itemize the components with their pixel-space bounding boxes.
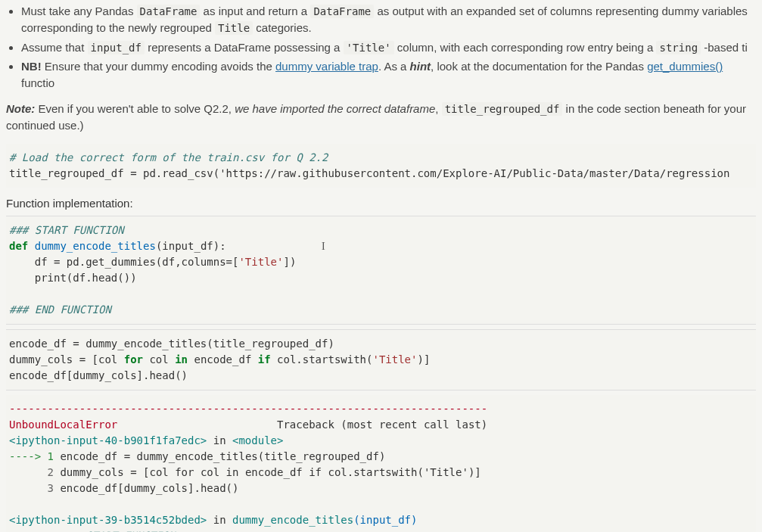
code-line: title_regrouped_df = pd.read_csv('https:… — [9, 167, 729, 179]
code-comment: # Load the correct form of the train.csv… — [9, 151, 328, 163]
code-input-df: input_df — [88, 41, 145, 54]
trace-arrow: ----> 1 — [9, 450, 54, 462]
bullet-2: Assume that input_df represents a DataFr… — [21, 39, 756, 56]
trace-separator: ----------------------------------------… — [9, 403, 487, 415]
note-label: Note: — [6, 102, 35, 115]
text: Even if you weren't able to solve Q2.2, — [35, 102, 235, 115]
line-number: 2 — [9, 466, 54, 478]
text: Assume that — [21, 41, 88, 54]
text: represents a DataFrame possessing a — [145, 41, 344, 54]
text: Ensure that your dummy encoding avoids t… — [42, 60, 275, 73]
link-dummy-variable-trap[interactable]: dummy variable trap — [275, 60, 378, 73]
function-implementation-heading: Function implementation: — [6, 197, 756, 210]
text: Must take any Pandas — [21, 5, 137, 17]
code: col — [143, 353, 175, 366]
code-dataframe: DataFrame — [310, 5, 374, 18]
ipython-frame: <ipython-input-39-b3514c52bded> — [9, 514, 207, 526]
code: )] — [417, 353, 430, 366]
code-title-str: 'Title' — [344, 41, 394, 54]
link-get-dummies[interactable]: get_dummies() — [647, 60, 723, 73]
code: print(df.head()) — [9, 272, 137, 284]
text: functio — [21, 76, 54, 89]
text: column, with each corresponding row entr… — [394, 41, 657, 54]
code: ]) — [283, 256, 296, 268]
func-args: (input_df) — [353, 514, 417, 526]
code-title-regrouped-df: title_regrouped_df — [442, 102, 563, 116]
text: categories. — [253, 21, 312, 34]
code-load-csv: # Load the correct form of the train.csv… — [6, 144, 756, 188]
code-string: string — [656, 41, 701, 54]
end-function-marker: ### END FUNCTION — [9, 303, 111, 316]
string-literal: 'Title' — [238, 256, 283, 268]
bullet-1: Must take any Pandas DataFrame as input … — [21, 3, 756, 36]
traceback-output: ----------------------------------------… — [6, 395, 756, 532]
code-function-definition: ### START FUNCTION def dummy_encode_titl… — [6, 216, 756, 325]
code: df = pd.get_dummies(df,columns=[ — [9, 256, 238, 268]
text: -based ti — [701, 41, 748, 54]
nb-label: NB! — [21, 60, 42, 73]
start-function-marker: ### START FUNCTION — [9, 224, 124, 236]
note-block: Note: Even if you weren't able to solve … — [6, 101, 756, 134]
kw-if: if — [258, 353, 271, 366]
text: . As a — [378, 60, 410, 73]
code: encode_df — [188, 353, 258, 366]
code: col.startswith( — [271, 353, 373, 366]
hint-label: hint — [410, 60, 431, 73]
text-cursor-icon: I — [322, 238, 325, 254]
trace-line: encode_df[dummy_cols].head() — [54, 482, 238, 494]
kw-def: def — [9, 240, 28, 252]
text: , — [435, 102, 441, 115]
kw-for: for — [124, 353, 143, 366]
trace-line: dummy_cols = [col for col in encode_df i… — [54, 466, 481, 478]
text: in — [207, 434, 232, 446]
string-literal: 'Title' — [372, 353, 417, 366]
func-name: dummy_encode_titles — [232, 514, 353, 526]
code-dataframe: DataFrame — [137, 5, 201, 18]
module-label: <module> — [232, 434, 283, 446]
kw-in: in — [175, 353, 188, 366]
text: as input and return a — [200, 5, 310, 17]
error-name: UnboundLocalError — [9, 418, 117, 431]
code-line: encode_df = dummy_encode_titles(title_re… — [9, 338, 334, 350]
code: dummy_cols = [col — [9, 353, 124, 366]
trace-line: encode_df = dummy_encode_titles(title_re… — [54, 450, 385, 462]
bullet-3: NB! Ensure that your dummy encoding avoi… — [21, 58, 756, 92]
code-line: encode_df[dummy_cols].head() — [9, 369, 188, 381]
line-number: 3 — [9, 482, 54, 494]
requirements-list: Must take any Pandas DataFrame as input … — [6, 3, 756, 92]
code-call-and-filter: encode_df = dummy_encode_titles(title_re… — [6, 329, 756, 390]
text: , look at the documentation for the Pand… — [431, 60, 647, 73]
ipython-frame: <ipython-input-40-b901f1fa7edc> — [9, 434, 207, 446]
traceback-label: Traceback (most recent call last) — [277, 418, 487, 431]
text-italic: we have imported the correct dataframe — [235, 102, 435, 115]
text: in — [207, 514, 232, 526]
code-title: Title — [215, 21, 253, 35]
func-name: dummy_encode_titles — [28, 240, 156, 252]
code: (input_df): — [156, 240, 226, 252]
